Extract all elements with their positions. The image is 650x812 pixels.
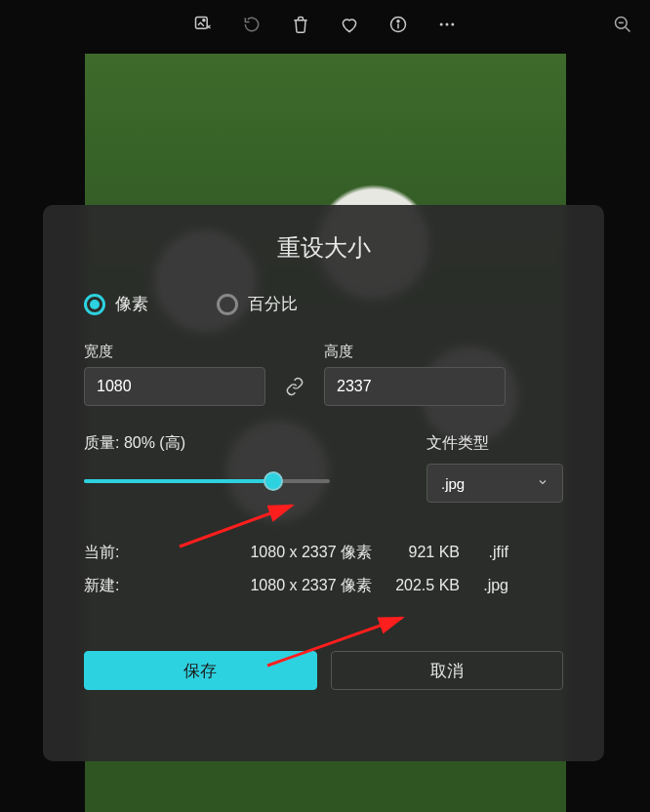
radio-pixels[interactable]: 像素 [84, 293, 148, 315]
slider-fill [84, 479, 268, 483]
info-row-current: 当前: 1080 x 2337 像素 921 KB .jfif [84, 536, 563, 569]
rotate-icon[interactable] [241, 14, 263, 35]
filetype-select[interactable]: .jpg [427, 464, 563, 503]
dimensions-row: 宽度 高度 [84, 343, 563, 406]
button-row: 保存 取消 [84, 651, 563, 690]
info-current-size: 921 KB [372, 536, 460, 569]
radio-percent[interactable]: 百分比 [217, 293, 298, 315]
radio-percent-label: 百分比 [248, 293, 298, 315]
radio-pixels-label: 像素 [115, 293, 148, 315]
dialog-title: 重设大小 [84, 232, 563, 264]
info-current-label: 当前: [84, 536, 235, 569]
quality-row: 质量: 80% (高) 文件类型 .jpg [84, 433, 563, 503]
slider-thumb[interactable] [264, 471, 283, 491]
svg-point-7 [451, 23, 454, 26]
svg-point-6 [446, 23, 449, 26]
svg-point-1 [203, 20, 205, 21]
quality-label: 质量: 80% (高) [84, 433, 397, 454]
info-current-ext: .jfif [460, 536, 508, 569]
cancel-button[interactable]: 取消 [331, 651, 564, 690]
quality-slider[interactable] [84, 471, 330, 491]
height-label: 高度 [324, 343, 506, 361]
zoom-out-icon[interactable] [613, 15, 632, 34]
radio-circle-icon [84, 294, 105, 315]
save-button[interactable]: 保存 [84, 651, 317, 690]
info-new-size: 202.5 KB [372, 569, 460, 602]
resize-dialog: 重设大小 像素 百分比 宽度 高度 质量: 80% (高) [43, 205, 604, 761]
info-new-label: 新建: [84, 569, 235, 602]
chevron-down-icon [537, 476, 548, 491]
info-current-dim: 1080 x 2337 像素 [235, 536, 372, 569]
favorite-icon[interactable] [339, 14, 360, 35]
info-new-ext: .jpg [460, 569, 508, 602]
radio-circle-icon [217, 294, 238, 315]
filetype-label: 文件类型 [427, 433, 563, 454]
svg-line-10 [626, 27, 630, 32]
svg-point-4 [397, 20, 399, 22]
top-toolbar [0, 10, 650, 39]
edit-image-icon[interactable] [192, 14, 214, 35]
width-input[interactable] [84, 367, 265, 406]
info-row-new: 新建: 1080 x 2337 像素 202.5 KB .jpg [84, 569, 563, 602]
info-icon[interactable] [387, 14, 409, 35]
info-new-dim: 1080 x 2337 像素 [235, 569, 372, 602]
link-aspect-icon[interactable] [279, 367, 310, 406]
more-icon[interactable] [436, 14, 458, 35]
size-info-table: 当前: 1080 x 2337 像素 921 KB .jfif 新建: 1080… [84, 536, 563, 602]
svg-point-5 [440, 23, 443, 26]
mode-radio-group: 像素 百分比 [84, 293, 563, 315]
trash-icon[interactable] [290, 14, 311, 35]
filetype-value: .jpg [441, 475, 465, 492]
width-label: 宽度 [84, 343, 265, 361]
height-input[interactable] [324, 367, 506, 406]
